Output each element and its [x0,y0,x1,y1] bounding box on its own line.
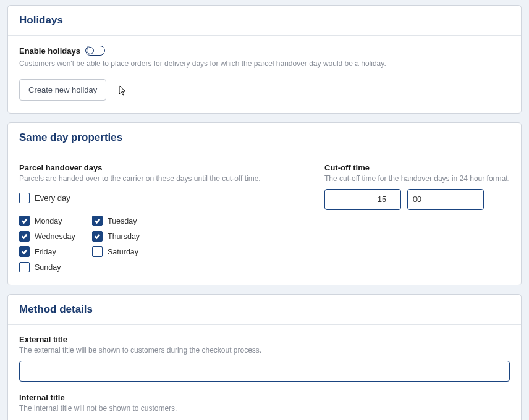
day-label: Tuesday [108,217,137,225]
toggle-knob-icon [87,47,94,54]
day-label: Thursday [108,232,140,241]
holidays-card: Holidays Enable holidays Customers won't… [7,5,522,114]
external-title-input[interactable] [19,361,510,382]
day-item-monday: Monday [19,216,87,226]
every-day-checkbox[interactable] [19,193,30,203]
tuesday-checkbox[interactable] [92,216,103,226]
same-day-card: Same day properties Parcel handover days… [7,122,522,285]
internal-title-label: Internal title [19,393,510,402]
enable-holidays-label: Enable holidays [19,46,80,56]
day-item-tuesday: Tuesday [92,216,160,226]
day-item-sunday: Sunday [19,262,87,272]
external-title-description: The external title will be shown to cust… [19,346,510,355]
cutoff-label: Cut-off time [324,163,510,172]
day-item-saturday: Saturday [92,246,160,257]
holidays-body: Enable holidays Customers won't be able … [8,36,521,113]
holidays-header: Holidays [8,6,521,36]
cutoff-inputs [324,189,510,210]
handover-column: Parcel handover days Parcels are handed … [19,163,306,272]
internal-title-description: The internal title will not be shown to … [19,404,510,413]
same-day-header: Same day properties [8,123,521,153]
day-item-wednesday: Wednesday [19,231,87,242]
monday-checkbox[interactable] [19,216,30,226]
every-day-row: Every day [19,189,242,209]
day-label: Sunday [35,263,61,272]
holidays-description: Customers won't be able to place orders … [19,59,510,68]
method-title: Method details [19,303,510,316]
same-day-body: Parcel handover days Parcels are handed … [8,153,521,285]
enable-holidays-toggle[interactable] [85,46,105,56]
cutoff-minutes-input[interactable] [407,189,484,210]
wednesday-checkbox[interactable] [19,231,30,242]
day-item-friday: Friday [19,246,87,257]
cutoff-hours-input[interactable] [324,189,401,210]
internal-title-block: Internal title The internal title will n… [19,393,510,413]
day-item-thursday: Thursday [92,231,160,242]
every-day-label: Every day [35,193,70,203]
cutoff-description: The cut-off time for the handover days i… [324,174,510,183]
cutoff-column: Cut-off time The cut-off time for the ha… [324,163,510,272]
create-holiday-button[interactable]: Create new holiday [19,79,106,101]
day-label: Friday [35,248,56,256]
handover-description: Parcels are handed over to the carrier o… [19,174,306,183]
same-day-title: Same day properties [19,132,510,144]
handover-label: Parcel handover days [19,163,306,172]
holidays-title: Holidays [19,14,510,27]
method-header: Method details [8,295,521,325]
enable-holidays-row: Enable holidays [19,46,510,56]
saturday-checkbox[interactable] [92,246,103,257]
thursday-checkbox[interactable] [92,231,103,242]
method-body: External title The external title will b… [8,325,521,420]
sunday-checkbox[interactable] [19,262,30,272]
day-grid: Monday Tuesday Wednesday Thursday [19,216,306,272]
method-details-card: Method details External title The extern… [7,294,522,420]
day-label: Wednesday [35,232,75,241]
external-title-label: External title [19,335,510,344]
friday-checkbox[interactable] [19,246,30,257]
external-title-block: External title The external title will b… [19,335,510,382]
day-label: Saturday [108,248,138,256]
day-label: Monday [35,217,62,225]
